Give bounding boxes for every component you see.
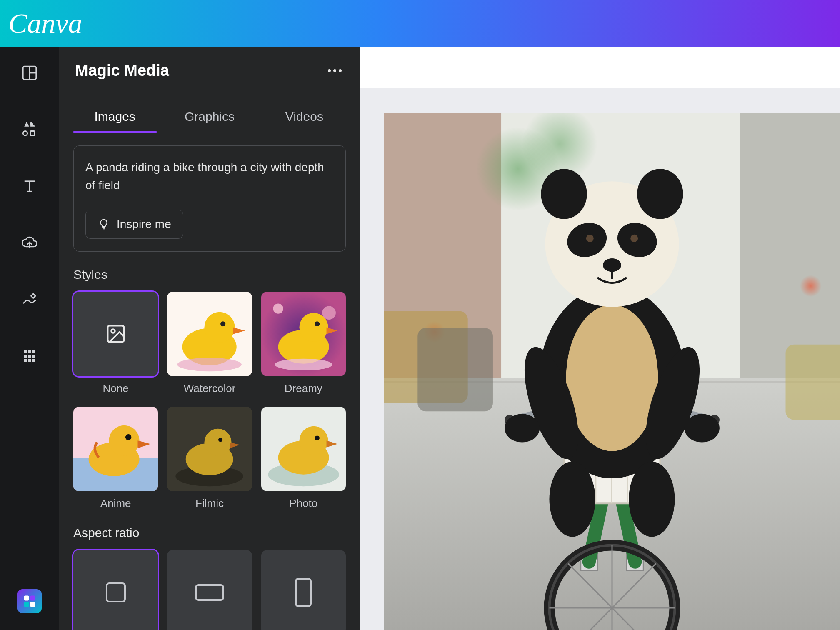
style-label: Photo xyxy=(289,497,318,510)
generated-image[interactable] xyxy=(384,113,840,630)
magic-media-icon xyxy=(22,594,37,609)
svg-point-27 xyxy=(220,321,225,326)
svg-rect-61 xyxy=(786,345,840,420)
svg-rect-11 xyxy=(32,350,35,353)
svg-rect-19 xyxy=(30,596,35,601)
rail-elements[interactable] xyxy=(20,120,39,139)
uploads-icon xyxy=(21,234,38,252)
style-label: Watercolor xyxy=(184,382,236,395)
inspire-me-button[interactable]: Inspire me xyxy=(85,210,183,239)
magic-media-panel: Magic Media Images Graphics Videos A pan… xyxy=(59,47,360,630)
style-none[interactable]: None xyxy=(73,292,158,395)
svg-point-40 xyxy=(125,434,131,440)
prompt-input[interactable]: A panda riding a bike through a city wit… xyxy=(85,158,334,195)
svg-point-91 xyxy=(541,169,587,219)
style-dreamy[interactable]: Dreamy xyxy=(261,292,346,395)
ratio-portrait[interactable] xyxy=(261,550,346,630)
svg-rect-17 xyxy=(32,359,35,362)
rail-templates[interactable] xyxy=(20,63,39,82)
svg-point-28 xyxy=(178,358,242,371)
svg-rect-21 xyxy=(30,602,35,607)
styles-heading: Styles xyxy=(73,268,346,282)
style-photo[interactable]: Photo xyxy=(261,407,346,510)
media-type-tabs: Images Graphics Videos xyxy=(59,100,360,133)
duck-watercolor-thumb xyxy=(167,292,252,376)
ratio-landscape[interactable] xyxy=(167,550,252,630)
svg-rect-12 xyxy=(24,355,27,358)
rail-uploads[interactable] xyxy=(20,233,39,252)
svg-rect-16 xyxy=(28,359,31,362)
svg-rect-14 xyxy=(32,355,35,358)
canva-logo: Canva xyxy=(8,7,82,40)
image-placeholder-icon xyxy=(105,323,127,345)
svg-point-89 xyxy=(629,462,675,537)
canvas-area[interactable] xyxy=(360,47,840,630)
portrait-icon xyxy=(295,578,312,607)
apps-icon xyxy=(21,348,38,365)
svg-point-86 xyxy=(505,414,540,442)
square-icon xyxy=(106,582,126,602)
svg-point-44 xyxy=(205,429,232,456)
svg-point-30 xyxy=(273,303,283,313)
svg-point-45 xyxy=(218,438,222,442)
aspect-ratio-heading: Aspect ratio xyxy=(73,526,346,540)
style-filmic[interactable]: Filmic xyxy=(167,407,252,510)
svg-point-88 xyxy=(549,462,595,537)
svg-point-95 xyxy=(586,235,594,242)
svg-point-35 xyxy=(275,358,332,370)
svg-point-39 xyxy=(109,425,139,456)
style-label: None xyxy=(103,382,129,395)
svg-point-33 xyxy=(299,313,328,342)
svg-point-96 xyxy=(630,235,638,242)
templates-icon xyxy=(21,64,38,82)
svg-rect-18 xyxy=(24,596,29,601)
style-label: Dreamy xyxy=(285,382,322,395)
style-anime[interactable]: Anime xyxy=(73,407,158,510)
svg-point-3 xyxy=(23,131,28,136)
more-icon xyxy=(328,69,342,72)
svg-rect-13 xyxy=(28,355,31,358)
svg-point-92 xyxy=(637,169,683,219)
svg-rect-10 xyxy=(28,350,31,353)
nav-rail xyxy=(0,47,59,630)
svg-point-57 xyxy=(800,275,822,297)
duck-anime-thumb xyxy=(73,407,158,491)
style-label: Anime xyxy=(100,497,131,510)
canvas-toolbar xyxy=(360,47,840,88)
prompt-box: A panda riding a bike through a city wit… xyxy=(73,145,346,252)
inspire-me-label: Inspire me xyxy=(117,218,171,231)
svg-point-87 xyxy=(685,414,720,442)
svg-rect-60 xyxy=(418,328,493,412)
svg-point-26 xyxy=(205,312,235,342)
svg-point-49 xyxy=(299,426,328,455)
tab-graphics[interactable]: Graphics xyxy=(162,100,257,133)
app-header: Canva xyxy=(0,0,840,47)
panda-on-bike-illustration xyxy=(384,113,840,630)
panel-title: Magic Media xyxy=(75,62,169,80)
more-options-button[interactable] xyxy=(325,61,344,80)
aspect-ratio-grid xyxy=(59,550,360,630)
svg-rect-4 xyxy=(30,131,35,136)
styles-grid: None Watercolor Dreamy Anime xyxy=(59,292,360,510)
duck-filmic-thumb xyxy=(167,407,252,491)
svg-point-34 xyxy=(315,321,320,326)
svg-point-97 xyxy=(603,258,621,272)
duck-dreamy-thumb xyxy=(261,292,346,376)
tab-videos[interactable]: Videos xyxy=(257,100,352,133)
svg-rect-53 xyxy=(740,113,840,382)
svg-point-23 xyxy=(111,330,115,333)
svg-rect-15 xyxy=(24,359,27,362)
style-label: Filmic xyxy=(195,497,224,510)
lightbulb-icon xyxy=(98,218,110,230)
ratio-square[interactable] xyxy=(73,550,158,630)
tab-images[interactable]: Images xyxy=(68,100,162,133)
style-watercolor[interactable]: Watercolor xyxy=(167,292,252,395)
draw-icon xyxy=(21,291,38,308)
rail-apps[interactable] xyxy=(20,347,39,366)
rail-magic-media[interactable] xyxy=(18,589,42,613)
svg-rect-9 xyxy=(24,350,27,353)
svg-point-83 xyxy=(566,305,658,451)
svg-point-50 xyxy=(315,436,319,440)
rail-draw[interactable] xyxy=(20,290,39,309)
rail-text[interactable] xyxy=(20,177,39,196)
